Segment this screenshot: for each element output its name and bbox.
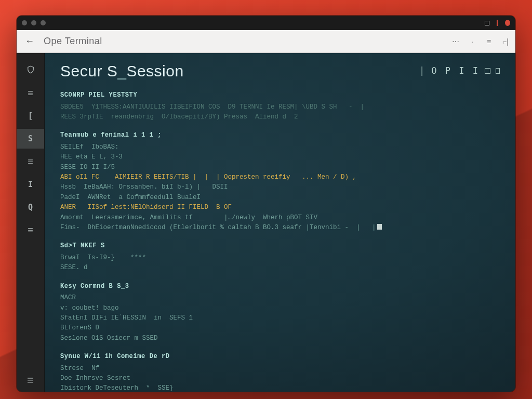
- section-head: Sd>T NKEF S: [60, 241, 500, 251]
- section-head: Teanmub e feninal i 1 1 ;: [60, 130, 500, 140]
- window-controls-left: [22, 20, 480, 25]
- sidebar-item-menu-1[interactable]: ≡: [17, 83, 44, 103]
- toolbar-title: Ope Terminal: [44, 36, 102, 47]
- traffic-dot-3[interactable]: [41, 20, 46, 25]
- section-synue: Synue W/ii ih Comeime De rD Strese Nf Do…: [60, 352, 500, 392]
- bracket-icon: [: [28, 111, 33, 121]
- toolbar: ← Ope Terminal ⋯ · ≡ ⌐|: [17, 30, 515, 53]
- terminal-line: SESE. d: [60, 263, 500, 273]
- toolbar-menu-icon[interactable]: ≡: [485, 38, 493, 45]
- shield-icon: [26, 65, 35, 76]
- terminal-line: BrwaI Is-I9-} ****: [60, 253, 500, 263]
- section-head: Synue W/ii ih Comeime De rD: [60, 352, 500, 362]
- alert-icon[interactable]: [495, 20, 500, 25]
- menu-icon: ≡: [28, 225, 33, 235]
- toolbar-actions: ⋯ · ≡ ⌐|: [452, 38, 509, 45]
- terminal-line: Hssb IeBaAAH: Orssanben. biI b-l) | DSII: [60, 182, 500, 192]
- app-window: ← Ope Terminal ⋯ · ≡ ⌐| ≡ [ S: [17, 16, 515, 392]
- terminal-line: ANER IISof lest:NElOhidserd II FIELD B O…: [60, 203, 500, 212]
- toolbar-dot-icon[interactable]: ·: [469, 38, 476, 45]
- sidebar-item-pipe[interactable]: I: [17, 175, 44, 194]
- terminal-line: SEILEf IboBAS:: [60, 142, 500, 152]
- opcode-box2-icon: [496, 68, 500, 74]
- terminal-line: BLforenS D: [60, 323, 500, 333]
- sidebar-item-shield[interactable]: [17, 60, 44, 80]
- terminal-line: Doe Inhrsve Sesret: [60, 374, 500, 383]
- window-controls-right: [484, 20, 510, 25]
- terminal-line: SESE IO II I/5: [60, 163, 500, 172]
- terminal-line: REES 3rpTIE reandenbrig O/Ibacepiti/BY) …: [60, 112, 500, 122]
- menu-icon: ≡: [28, 88, 33, 98]
- letter-q-icon: Q: [28, 203, 33, 212]
- close-icon[interactable]: [505, 20, 510, 25]
- toolbar-more-icon[interactable]: ⋯: [452, 38, 459, 45]
- back-button[interactable]: ←: [23, 35, 36, 48]
- terminal-line: Ibistork DeTeseuterh * SSE}: [60, 383, 500, 392]
- menu-icon: ≡: [28, 157, 33, 166]
- sidebar-item-menu-2[interactable]: ≡: [17, 152, 44, 171]
- titlebar: [17, 16, 515, 30]
- letter-i-icon: I: [28, 180, 33, 189]
- terminal-line: Strese Nf: [60, 364, 500, 374]
- section-kesy: Kesy Cormnd B S_3 MACR v: ooubet! bago S…: [60, 282, 500, 343]
- cursor-block-icon: [377, 224, 382, 230]
- sidebar-item-search[interactable]: Q: [17, 197, 44, 217]
- opcode-text: O P I I: [431, 65, 480, 76]
- letter-s-icon: S: [28, 134, 33, 143]
- terminal-line: SBDEE5 Y1THESS:AANTIUUILIS IIBEIFION COS…: [60, 102, 500, 112]
- terminal-line: MACR: [60, 293, 500, 303]
- sidebar: ≡ [ S ≡ I Q ≡ ≡: [17, 53, 45, 392]
- terminal-line: ABI oIl FC AIMIEIR R EEITS/TIB | | | Oop…: [60, 172, 500, 182]
- toolbar-term-icon[interactable]: ⌐|: [502, 38, 509, 45]
- terminal-line: SfatEnI DIFi IE`HESSIN in SEFS 1: [60, 313, 500, 323]
- restore-icon[interactable]: [484, 20, 489, 25]
- terminal-line: PadeI AWNRet a Cofmmfeedull BualeI: [60, 193, 500, 203]
- section-head: SCONRP PIEL YESTSTY: [60, 90, 500, 100]
- traffic-dot-2[interactable]: [31, 20, 36, 25]
- terminal-line: HEE eta E L, 3-3: [60, 152, 500, 162]
- section-sconrp: SCONRP PIEL YESTSTY SBDEE5 Y1THESS:AANTI…: [60, 90, 500, 122]
- window-body: ≡ [ S ≡ I Q ≡ ≡: [17, 53, 515, 392]
- opcode-badge: | O P I I: [419, 65, 500, 76]
- section-head: Kesy Cormnd B S_3: [60, 282, 500, 291]
- hamburger-icon: ≡: [27, 375, 34, 386]
- opcode-box-icon: [485, 68, 490, 74]
- sidebar-item-session[interactable]: S: [17, 129, 44, 149]
- traffic-dot-1[interactable]: [22, 20, 27, 25]
- terminal-line: Seslone O1S Osiecr m SSED: [60, 334, 500, 343]
- terminal-line: v: ooubet! bago: [60, 303, 500, 313]
- terminal-pane[interactable]: | O P I I Secur S_Session SCONRP PIEL YE…: [45, 53, 515, 392]
- sidebar-item-bracket[interactable]: [: [17, 106, 44, 126]
- section-sdt: Sd>T NKEF S BrwaI Is-I9-} **** SESE. d: [60, 241, 500, 273]
- terminal-line: Amormt Leerasmerimce, Ammilits tf __ |…/…: [60, 213, 500, 223]
- section-teanmub: Teanmub e feninal i 1 1 ; SEILEf IboBAS:…: [60, 130, 500, 233]
- sidebar-item-menu-3[interactable]: ≡: [17, 220, 44, 240]
- sidebar-bottom-menu[interactable]: ≡: [17, 369, 44, 392]
- terminal-line: Fims- DhEioertmanNnediccod (Etlerlborit …: [60, 223, 500, 233]
